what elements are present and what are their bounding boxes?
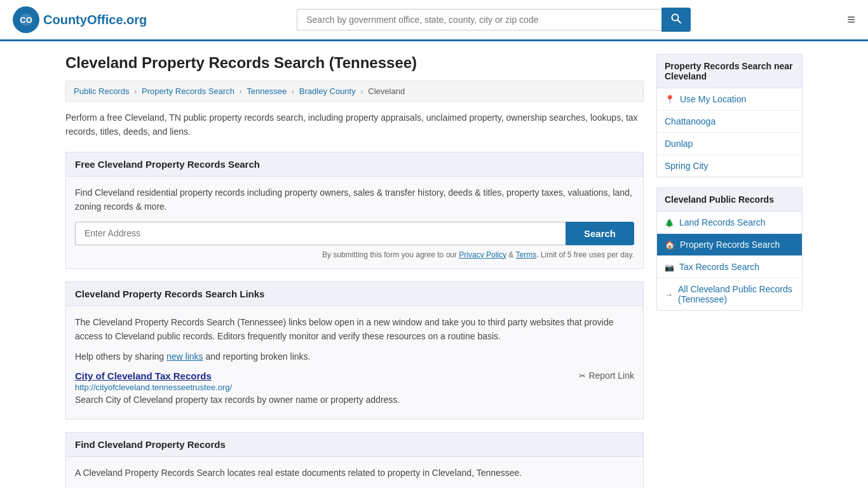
- header-search-area: [297, 8, 691, 32]
- chattanooga-label: Chattanooga: [665, 116, 715, 126]
- logo-name: CountyOffice: [43, 13, 123, 27]
- breadcrumb-bradley-county[interactable]: Bradley County: [299, 86, 356, 96]
- links-section-body: The Cleveland Property Records Search (T…: [66, 306, 643, 419]
- location-pin-icon: [665, 95, 675, 104]
- breadcrumb-tennessee[interactable]: Tennessee: [247, 86, 287, 96]
- form-note-and: &: [506, 250, 515, 259]
- tax-records-label: Tax Records Search: [679, 262, 794, 272]
- svg-text:CO: CO: [20, 15, 32, 25]
- sidebar-nearby-title: Property Records Search near Cleveland: [656, 54, 803, 88]
- report-link-label: Report Link: [588, 370, 634, 381]
- breadcrumb: Public Records › Property Records Search…: [65, 81, 644, 102]
- report-link-button[interactable]: Report Link: [579, 370, 634, 381]
- free-search-section: Free Cleveland Property Records Search F…: [65, 152, 644, 269]
- logo-org: .org: [123, 13, 147, 27]
- use-my-location-label: Use My Location: [680, 94, 746, 104]
- sidebar-nearby-dunlap[interactable]: Dunlap: [657, 133, 802, 155]
- page-title: Cleveland Property Records Search (Tenne…: [65, 54, 644, 72]
- find-section-header: Find Cleveland Property Records: [66, 433, 643, 457]
- sidebar-nearby: Property Records Search near Cleveland U…: [656, 54, 803, 177]
- address-input[interactable]: [75, 222, 566, 245]
- form-note-text: By submitting this form you agree to our: [322, 250, 459, 259]
- sidebar-tax-records[interactable]: Tax Records Search: [657, 256, 802, 278]
- sidebar-nearby-chattanooga[interactable]: Chattanooga: [657, 111, 802, 133]
- sidebar-public-body: Land Records Search Property Records Sea…: [656, 211, 803, 311]
- all-records-label: All Cleveland Public Records (Tennessee): [678, 284, 794, 304]
- header-search-input[interactable]: [297, 9, 661, 30]
- sidebar-public: Cleveland Public Records Land Records Se…: [656, 187, 803, 311]
- breadcrumb-sep-2: ›: [240, 86, 242, 96]
- terms-link[interactable]: Terms: [515, 250, 536, 259]
- land-records-icon: [665, 218, 674, 227]
- sidebar-nearby-spring-city[interactable]: Spring City: [657, 155, 802, 177]
- links-section: Cleveland Property Records Search Links …: [65, 281, 644, 419]
- breadcrumb-cleveland: Cleveland: [368, 86, 405, 96]
- dunlap-label: Dunlap: [665, 139, 693, 149]
- links-section-header: Cleveland Property Records Search Links: [66, 282, 643, 306]
- find-description-1: A Cleveland Property Records Search loca…: [75, 466, 634, 480]
- links-description-1: The Cleveland Property Records Search (T…: [75, 315, 634, 344]
- spring-city-label: Spring City: [665, 161, 708, 171]
- new-links-link[interactable]: new links: [166, 351, 203, 362]
- address-form: Search: [75, 222, 634, 245]
- tax-records-icon: [665, 262, 674, 272]
- new-links-suffix: and reporting broken links.: [203, 351, 311, 362]
- hamburger-button[interactable]: ≡: [847, 11, 855, 28]
- svg-line-4: [678, 20, 681, 24]
- privacy-policy-link[interactable]: Privacy Policy: [459, 250, 506, 259]
- record-url[interactable]: http://cityofcleveland.tennesseetrustee.…: [75, 383, 634, 392]
- breadcrumb-sep-4: ›: [360, 86, 363, 96]
- property-records-icon: [665, 240, 675, 250]
- content-area: Cleveland Property Records Search (Tenne…: [65, 54, 644, 488]
- sidebar-all-public-records[interactable]: All Cleveland Public Records (Tennessee): [657, 278, 802, 310]
- find-section: Find Cleveland Property Records A Clevel…: [65, 432, 644, 488]
- breadcrumb-sep-1: ›: [134, 86, 137, 96]
- page-description: Perform a free Cleveland, TN public prop…: [65, 111, 644, 139]
- free-search-description: Find Cleveland residential property reco…: [75, 186, 634, 214]
- find-section-body: A Cleveland Property Records Search loca…: [66, 457, 643, 488]
- record-item: City of Cleveland Tax Records Report Lin…: [75, 370, 634, 405]
- breadcrumb-public-records[interactable]: Public Records: [74, 86, 129, 96]
- record-title-link[interactable]: City of Cleveland Tax Records: [75, 370, 212, 381]
- logo-icon: CO: [13, 6, 39, 33]
- header: CO CountyOffice.org ≡: [0, 0, 868, 41]
- sidebar-property-records[interactable]: Property Records Search: [657, 234, 802, 256]
- new-links-note: Help others by sharing new links and rep…: [75, 349, 634, 363]
- property-records-label: Property Records Search: [680, 240, 794, 250]
- free-search-body: Find Cleveland residential property reco…: [66, 177, 643, 268]
- form-note: By submitting this form you agree to our…: [75, 250, 634, 259]
- logo-text: CountyOffice.org: [43, 13, 147, 27]
- record-description: Search City of Cleveland property tax re…: [75, 395, 634, 405]
- new-links-prefix: Help others by sharing: [75, 351, 166, 362]
- sidebar-use-my-location[interactable]: Use My Location: [657, 88, 802, 111]
- all-records-icon: [665, 290, 673, 299]
- breadcrumb-property-records-search[interactable]: Property Records Search: [142, 86, 234, 96]
- address-search-button[interactable]: Search: [566, 222, 634, 245]
- sidebar-nearby-body: Use My Location Chattanooga Dunlap Sprin…: [656, 88, 803, 177]
- sidebar: Property Records Search near Cleveland U…: [656, 54, 803, 488]
- free-search-header: Free Cleveland Property Records Search: [66, 152, 643, 177]
- form-note-limit: . Limit of 5 free uses per day.: [536, 250, 634, 259]
- sidebar-land-records[interactable]: Land Records Search: [657, 212, 802, 234]
- land-records-label: Land Records Search: [679, 217, 794, 227]
- report-icon: [579, 370, 586, 381]
- sidebar-public-title: Cleveland Public Records: [656, 187, 803, 211]
- main-container: Cleveland Property Records Search (Tenne…: [53, 41, 815, 488]
- breadcrumb-sep-3: ›: [292, 86, 294, 96]
- header-search-button[interactable]: [661, 8, 691, 32]
- record-item-header: City of Cleveland Tax Records Report Lin…: [75, 370, 634, 381]
- logo-area: CO CountyOffice.org: [13, 6, 147, 33]
